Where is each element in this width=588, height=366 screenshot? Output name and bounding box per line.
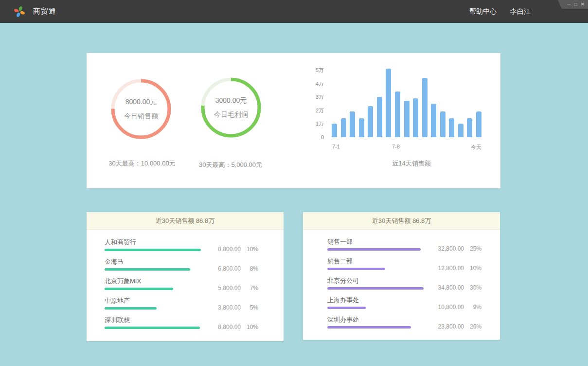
profit-30day-max: 30天最高：5,000.00元 [182,161,279,169]
list-item-name: 人和商贸行 [105,238,258,246]
list-item-amount: 34,800.00 [416,284,464,291]
list-item-name: 北京万象MIX [105,277,258,285]
list-item-name: 深圳办事处 [327,316,481,324]
list-item-bar [327,326,424,329]
x-tick-7-1: 7-1 [332,144,340,149]
window-controls: ─ □ ✕ [558,0,588,9]
list-item-bar [327,268,424,270]
list-item-percent: 9% [464,304,481,311]
list-item-name: 深圳联想 [105,316,258,324]
list-item-percent: 7% [241,285,258,292]
today-summary-card: 8000.00元 今日销售额 3000.00元 今日毛利润 30天最高：10,0… [87,53,500,188]
chart-y-axis: 5万4万3万2万1万0 [306,67,324,141]
chart-bar [395,92,400,137]
customer-sales-card: 近30天销售额 86.8万 人和商贸行8,800.0010%金海马6,800.0… [87,212,284,341]
help-center-link[interactable]: 帮助中心 [469,7,497,16]
list-item-values: 8,800.0010% [193,324,258,330]
y-tick-label: 2万 [316,107,324,114]
list-item-values: 34,800.0030% [416,284,481,291]
sales-14day-chart: 5万4万3万2万1万0 7-1 7-8 今天 近14天销售额 [306,67,486,168]
list-item-values: 10,800.009% [416,304,481,311]
title-bar: 商贸通 帮助中心 李白江 ─ □ ✕ [0,0,588,23]
list-item-percent: 30% [464,284,481,291]
today-sales-gauge: 8000.00元 今日销售额 [109,77,173,141]
list-item-values: 3,800.005% [193,304,258,311]
list-item-name: 北京分公司 [327,277,481,285]
list-item[interactable]: 北京万象MIX5,800.007% [105,277,258,297]
chart-bar [449,118,454,137]
list-item-amount: 12,800.00 [416,265,464,272]
list-item-name: 中原地产 [105,297,258,305]
chart-bar [422,78,428,137]
list-item-bar [327,307,424,309]
list-item-amount: 5,800.00 [193,285,241,292]
chart-bar [458,124,463,137]
close-button[interactable]: ✕ [581,2,585,7]
chart-bar [377,97,382,137]
list-item-bar [327,287,424,290]
list-item-percent: 10% [241,246,258,253]
list-item-bar [105,268,201,271]
list-item-values: 32,800.0025% [416,245,481,252]
chart-bar [404,101,410,137]
y-tick-label: 0 [321,134,324,141]
list-item[interactable]: 深圳联想8,800.0010% [105,316,258,336]
minimize-button[interactable]: ─ [567,2,570,7]
list-item-amount: 10,800.00 [416,304,464,311]
list-item[interactable]: 销售二部12,800.0010% [327,257,481,277]
chart-bar [413,98,418,137]
list-item-name: 金海马 [105,258,258,266]
list-item-bar [105,288,201,290]
chart-bar [341,118,346,137]
maximize-button[interactable]: □ [574,2,577,7]
list-item[interactable]: 销售一部32,800.0025% [327,238,481,257]
list-item[interactable]: 上海办事处10,800.009% [327,296,481,316]
list-item[interactable]: 金海马6,800.008% [105,258,258,277]
y-tick-label: 3万 [316,93,324,100]
list-item[interactable]: 人和商贸行8,800.0010% [105,238,258,258]
department-sales-card: 近30天销售额 86.8万 销售一部32,800.0025%销售二部12,800… [303,212,500,340]
app-logo-icon [13,5,26,18]
chart-bar [332,124,337,137]
chart-bar [476,111,481,137]
today-profit-value: 3000.00元 [215,96,247,105]
chart-bar [386,69,391,137]
list-item-bar [105,307,201,310]
list-item-amount: 6,800.00 [193,265,241,272]
customer-card-header: 近30天销售额 86.8万 [87,212,284,230]
list-item-values: 6,800.008% [193,265,258,272]
list-item-name: 销售二部 [327,257,481,265]
list-item-percent: 8% [241,265,258,272]
department-sales-list: 销售一部32,800.0025%销售二部12,800.0010%北京分公司34,… [303,230,500,335]
list-item-values: 5,800.007% [193,285,258,292]
chart-bar [350,111,355,137]
app-title: 商贸通 [33,7,56,16]
chart-x-axis: 7-1 7-8 今天 [332,144,481,151]
list-item-values: 23,800.0026% [416,323,481,330]
list-item[interactable]: 深圳办事处23,800.0026% [327,316,481,335]
y-tick-label: 4万 [316,80,324,87]
chart-bar [467,118,472,137]
list-item-values: 8,800.0010% [193,246,258,253]
today-profit-label: 今日毛利润 [214,110,248,119]
list-item-bar [105,249,201,251]
list-item-percent: 10% [241,324,258,330]
today-sales-label: 今日销售额 [124,112,158,121]
today-profit-gauge: 3000.00元 今日毛利润 [199,75,263,140]
list-item-name: 上海办事处 [327,296,481,304]
sales-30day-max: 30天最高：10,000.00元 [89,159,195,168]
list-item-amount: 23,800.00 [416,323,464,330]
list-item-percent: 5% [241,304,258,311]
list-item-percent: 25% [464,245,481,252]
chart-bar [368,106,373,137]
user-name-link[interactable]: 李白江 [510,7,531,16]
chart-bar [431,104,436,137]
list-item-amount: 8,800.00 [193,246,241,253]
customer-sales-list: 人和商贸行8,800.0010%金海马6,800.008%北京万象MIX5,80… [87,230,284,336]
list-item-amount: 32,800.00 [416,245,464,252]
y-tick-label: 5万 [316,67,324,73]
list-item[interactable]: 中原地产3,800.005% [105,297,258,316]
list-item-amount: 8,800.00 [193,324,241,330]
list-item[interactable]: 北京分公司34,800.0030% [327,277,481,296]
y-tick-label: 1万 [316,120,324,127]
